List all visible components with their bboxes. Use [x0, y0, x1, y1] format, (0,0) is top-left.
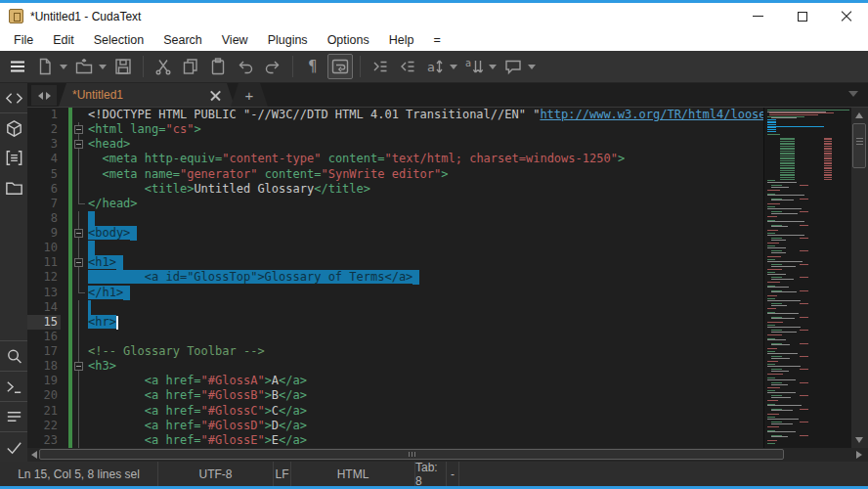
- menu-file[interactable]: File: [4, 31, 43, 49]
- copy-button[interactable]: [178, 54, 203, 79]
- paste-button[interactable]: [205, 54, 231, 79]
- comment-dropdown-icon[interactable]: [528, 65, 536, 69]
- code-line-20[interactable]: 20 <a href="#GlossB">B</a>: [27, 388, 763, 403]
- sort-button[interactable]: a: [461, 54, 487, 79]
- code-line-12[interactable]: 12 <a id="GlossTop">Glossary of Terms</a…: [27, 270, 763, 285]
- fold-gutter[interactable]: [72, 255, 88, 270]
- sidebar-console-button[interactable]: [0, 372, 27, 401]
- code-line-4[interactable]: 4 <meta http-equiv="content-type" conten…: [27, 152, 763, 166]
- show-nonprinted-button[interactable]: ¶: [300, 54, 326, 79]
- code-line-19[interactable]: 19 <a href="#GlossA">A</a>: [27, 374, 763, 388]
- menu-options[interactable]: Options: [318, 31, 379, 49]
- tab-list-dropdown-icon[interactable]: [848, 91, 858, 97]
- menu-help[interactable]: Help: [379, 31, 424, 49]
- code-line-1[interactable]: 1<!DOCTYPE HTML PUBLIC "-//W3C//DTD HTML…: [27, 108, 763, 122]
- sidebar-project-button[interactable]: [0, 113, 27, 143]
- scroll-up-icon[interactable]: [855, 112, 863, 118]
- fold-collapse-icon[interactable]: [74, 140, 83, 149]
- sidebar-search-button[interactable]: [0, 341, 27, 371]
- tab-scroll-buttons[interactable]: [31, 85, 57, 106]
- code-line-3[interactable]: 3<head>: [27, 137, 763, 152]
- unindent-button[interactable]: [395, 54, 420, 79]
- scroll-right-icon[interactable]: [856, 451, 862, 459]
- fold-gutter[interactable]: [72, 137, 88, 152]
- line-number[interactable]: 21: [27, 404, 61, 419]
- menu-view[interactable]: View: [212, 31, 258, 49]
- sidebar-code-tree-button[interactable]: [0, 83, 27, 112]
- open-file-dropdown-icon[interactable]: [99, 65, 107, 69]
- indent-button[interactable]: [368, 54, 393, 79]
- fold-collapse-icon[interactable]: [74, 362, 83, 371]
- menu-plugins[interactable]: Plugins: [258, 31, 318, 49]
- new-tab-button[interactable]: +: [231, 83, 268, 107]
- status-caret-position[interactable]: Ln 15, Col 5, 8 lines sel: [0, 462, 158, 486]
- sidebar-snippets-button[interactable]: [0, 172, 27, 201]
- scroll-down-icon[interactable]: [855, 437, 863, 443]
- sidebar-output-button[interactable]: [0, 402, 27, 431]
- tab-close-icon[interactable]: [210, 90, 221, 101]
- comment-button[interactable]: [500, 54, 526, 79]
- menu-[interactable]: =: [423, 31, 450, 49]
- save-file-button[interactable]: [110, 54, 136, 79]
- line-number[interactable]: 5: [27, 167, 61, 182]
- line-number[interactable]: 16: [27, 330, 61, 344]
- horizontal-scrollbar-thumb[interactable]: [39, 449, 784, 460]
- menu-edit[interactable]: Edit: [43, 31, 84, 49]
- line-number[interactable]: 13: [27, 286, 61, 300]
- code-line-8[interactable]: 8: [27, 211, 763, 226]
- code-line-9[interactable]: 9<body>: [27, 226, 763, 241]
- scroll-left-icon[interactable]: [31, 451, 37, 459]
- open-file-button[interactable]: [71, 54, 97, 79]
- code-line-18[interactable]: 18<h3>: [27, 359, 763, 374]
- vertical-scrollbar-thumb[interactable]: [852, 123, 866, 168]
- status-insert-mode[interactable]: -: [447, 462, 459, 486]
- word-wrap-button[interactable]: [327, 54, 353, 79]
- vertical-scrollbar[interactable]: [851, 108, 868, 448]
- new-file-dropdown-icon[interactable]: [60, 65, 67, 69]
- code-line-14[interactable]: 14: [27, 300, 763, 315]
- status-tab-size[interactable]: Tab: 8: [415, 462, 447, 486]
- line-number[interactable]: 23: [27, 433, 61, 448]
- line-number[interactable]: 19: [27, 374, 61, 388]
- code-line-21[interactable]: 21 <a href="#GlossC">C</a>: [27, 404, 763, 419]
- line-number[interactable]: 22: [27, 419, 61, 433]
- status-syntax-lexer[interactable]: HTML: [291, 462, 415, 486]
- code-line-6[interactable]: 6 <title>Untitled Glossary</title>: [27, 182, 763, 197]
- status-encoding[interactable]: UTF-8: [158, 462, 274, 486]
- change-case-button[interactable]: a: [422, 54, 448, 79]
- line-number[interactable]: 3: [27, 137, 61, 152]
- code-line-11[interactable]: 11<h1>: [27, 255, 763, 270]
- code-line-23[interactable]: 23 <a href="#GlossE">E</a>: [27, 433, 763, 448]
- line-number[interactable]: 11: [27, 255, 61, 270]
- fold-collapse-icon[interactable]: [74, 125, 83, 134]
- new-file-button[interactable]: [32, 54, 58, 79]
- code-line-16[interactable]: 16: [27, 330, 763, 344]
- fold-collapse-icon[interactable]: [74, 258, 83, 267]
- fold-gutter[interactable]: [72, 122, 88, 137]
- code-line-5[interactable]: 5 <meta name="generator" content="SynWri…: [27, 167, 763, 182]
- line-number[interactable]: 10: [27, 241, 61, 255]
- line-number[interactable]: 2: [27, 122, 61, 137]
- minimap[interactable]: [763, 108, 851, 448]
- menu-selection[interactable]: Selection: [84, 31, 153, 49]
- code-line-15[interactable]: 15<hr>: [27, 315, 763, 330]
- line-number[interactable]: 9: [27, 226, 61, 241]
- tab-untitled1[interactable]: *Untitled1: [59, 83, 235, 107]
- fold-gutter[interactable]: [72, 359, 88, 374]
- change-case-dropdown-icon[interactable]: [450, 65, 457, 69]
- line-number[interactable]: 20: [27, 388, 61, 403]
- line-number[interactable]: 6: [27, 182, 61, 197]
- code-line-22[interactable]: 22 <a href="#GlossD">D</a>: [27, 419, 763, 433]
- line-number[interactable]: 12: [27, 270, 61, 285]
- sidebar-tabs-list-button[interactable]: [0, 143, 27, 172]
- fold-collapse-icon[interactable]: [74, 229, 83, 238]
- line-number[interactable]: 14: [27, 300, 61, 315]
- code-line-2[interactable]: 2<html lang="cs">: [27, 122, 763, 137]
- minimize-button[interactable]: [736, 3, 780, 29]
- menu-search[interactable]: Search: [153, 31, 212, 49]
- close-button[interactable]: [824, 3, 868, 29]
- code-line-13[interactable]: 13</h1>: [27, 286, 763, 300]
- horizontal-scrollbar[interactable]: [27, 448, 868, 462]
- maximize-button[interactable]: [780, 3, 824, 29]
- code-line-17[interactable]: 17<!-- Glossary Toolbar -->: [27, 344, 763, 359]
